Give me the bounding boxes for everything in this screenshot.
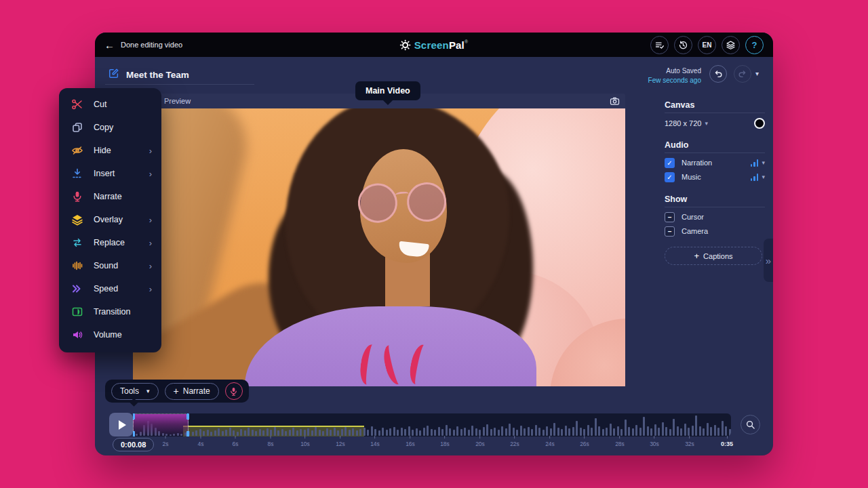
- waveform-bar: [401, 428, 403, 436]
- waveform-bar: [274, 427, 276, 436]
- screenpal-logo: ScreenPal®: [400, 39, 469, 51]
- menu-item-overlay[interactable]: Overlay›: [59, 208, 161, 231]
- menu-item-insert[interactable]: Insert›: [59, 162, 161, 185]
- waveform-bar: [248, 428, 250, 436]
- preview-label: Preview: [164, 97, 191, 105]
- timeline-tick: 20s: [475, 436, 485, 447]
- show-section-title: Show: [665, 195, 687, 204]
- selection-handle[interactable]: [133, 413, 135, 420]
- timeline-waveform[interactable]: [133, 413, 731, 436]
- redo-button[interactable]: [734, 65, 751, 83]
- chevron-down-icon[interactable]: ▾: [762, 174, 765, 180]
- waveform-bar: [412, 430, 414, 436]
- menu-item-transition[interactable]: Transition: [59, 300, 161, 323]
- timeline-tick: 16s: [406, 436, 415, 447]
- show-item-camera: –Camera: [665, 226, 765, 237]
- waveform-bar: [296, 430, 298, 436]
- title-divider: [105, 84, 254, 85]
- waveform-bar: [371, 426, 373, 436]
- timeline-tick: 14s: [370, 436, 380, 447]
- help-button[interactable]: ?: [745, 36, 764, 54]
- narrate-label: Narrate: [183, 386, 210, 396]
- waveform-bar: [438, 427, 440, 436]
- waveform-bar: [628, 427, 630, 436]
- timeline-selection[interactable]: [133, 413, 189, 436]
- selection-handle[interactable]: [186, 413, 189, 420]
- autosave-time: Few seconds ago: [648, 76, 701, 85]
- scissors-icon: [71, 98, 85, 110]
- waveform-bar: [494, 428, 496, 436]
- menu-item-sound[interactable]: Sound›: [59, 254, 161, 277]
- timeline-zoom-button[interactable]: [741, 415, 760, 434]
- waveform-bar: [669, 429, 671, 436]
- menu-item-replace[interactable]: Replace›: [59, 231, 161, 254]
- waveform-bar: [356, 430, 358, 436]
- volume-bars-icon[interactable]: [751, 159, 759, 167]
- waveform-bar: [538, 428, 540, 436]
- waveform-bar: [453, 430, 455, 436]
- waveform-bar: [289, 430, 291, 436]
- menu-item-cut[interactable]: Cut: [59, 93, 161, 116]
- timeline-tick: 18s: [440, 436, 450, 447]
- canvas-size-dropdown[interactable]: 868 x 488: [665, 119, 701, 127]
- video-title[interactable]: Meet the Team: [126, 70, 189, 80]
- done-editing-button[interactable]: ← Done editing video: [104, 40, 182, 50]
- add-captions-button[interactable]: + Captions: [665, 247, 762, 265]
- play-button[interactable]: [109, 413, 133, 436]
- waveform-bar: [389, 428, 391, 436]
- menu-item-label: Transition: [94, 307, 130, 317]
- waveform-bar: [207, 430, 209, 436]
- undo-button[interactable]: [709, 65, 727, 83]
- history-icon[interactable]: [674, 36, 692, 54]
- menu-item-hide[interactable]: Hide›: [59, 139, 161, 162]
- language-button[interactable]: EN: [698, 36, 716, 54]
- menu-item-speed[interactable]: Speed›: [59, 277, 161, 300]
- screenshot-camera-icon[interactable]: [610, 96, 620, 106]
- waveform-bar: [710, 427, 712, 436]
- waveform-bar: [606, 428, 608, 436]
- rename-icon[interactable]: [108, 68, 119, 81]
- record-mic-button[interactable]: [225, 382, 243, 400]
- waveform-bar: [580, 428, 582, 436]
- waveform-bar: [528, 427, 530, 436]
- microphone-icon: [71, 190, 85, 203]
- menu-item-label: Volume: [94, 330, 122, 340]
- panel-expand-chevron[interactable]: »: [764, 239, 773, 282]
- volume-bars-icon[interactable]: [751, 174, 759, 181]
- waveform-bar: [267, 428, 269, 436]
- checkbox-indeterminate[interactable]: –: [665, 212, 675, 222]
- waveform-bar: [714, 425, 716, 436]
- menu-item-volume[interactable]: Volume: [59, 323, 161, 346]
- menu-item-copy[interactable]: Copy: [59, 116, 161, 139]
- transition-icon: [71, 306, 85, 318]
- show-item-cursor: –Cursor: [665, 211, 765, 222]
- playlist-check-icon[interactable]: [650, 36, 669, 54]
- waveform-bar: [404, 429, 406, 436]
- chevron-down-icon[interactable]: ▾: [762, 159, 765, 166]
- canvas-background-color-button[interactable]: [754, 118, 765, 129]
- tools-dropdown-button[interactable]: Tools ▾: [111, 383, 159, 400]
- waveform-bar: [270, 430, 272, 436]
- history-caret-icon[interactable]: ▾: [755, 70, 759, 77]
- narrate-button[interactable]: + Narrate: [165, 383, 219, 400]
- menu-item-label: Speed: [94, 284, 118, 293]
- menu-item-narrate[interactable]: Narrate: [59, 185, 161, 208]
- timeline-tick: 24s: [545, 436, 555, 447]
- video-preview[interactable]: [133, 108, 625, 386]
- checkbox-checked[interactable]: ✓: [665, 158, 675, 168]
- waveform-bar: [352, 428, 354, 436]
- chevron-down-icon[interactable]: ▾: [705, 120, 708, 127]
- checkbox-checked[interactable]: ✓: [665, 172, 675, 182]
- waveform-bar: [393, 427, 395, 436]
- selection-handle[interactable]: [186, 431, 189, 436]
- selection-handle[interactable]: [133, 431, 135, 436]
- waveform-bar: [397, 430, 399, 436]
- waveform-bar: [568, 428, 570, 436]
- track-label: Narration: [682, 159, 712, 167]
- timeline-tick: 8s: [268, 436, 274, 447]
- checkbox-indeterminate[interactable]: –: [665, 226, 675, 237]
- waveform-bar: [695, 415, 697, 436]
- audio-section-title: Audio: [665, 140, 688, 150]
- layers-icon[interactable]: [722, 36, 740, 54]
- waveform-bar: [337, 430, 339, 436]
